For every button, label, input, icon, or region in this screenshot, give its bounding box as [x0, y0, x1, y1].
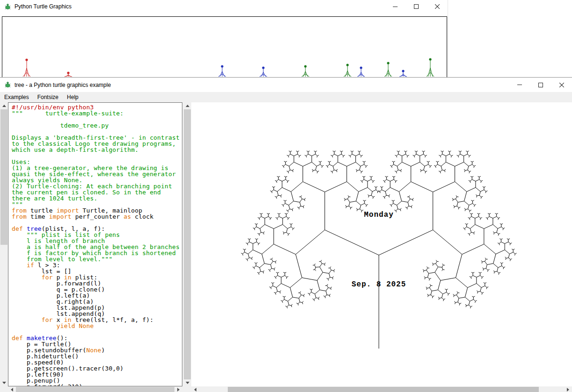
bg-titlebar: Python Turtle Graphics	[0, 0, 448, 13]
bg-minimize-button[interactable]	[384, 0, 405, 13]
arrow-left-icon	[11, 388, 13, 392]
close-icon	[559, 83, 564, 87]
bg-figure	[399, 70, 407, 77]
bg-figure	[427, 58, 434, 77]
arrow-down-icon	[2, 382, 6, 384]
bg-figure	[302, 65, 309, 77]
canvas-hscrollbar[interactable]	[191, 386, 572, 392]
scroll-left-button[interactable]	[8, 386, 16, 392]
menu-examples[interactable]: Examples	[0, 92, 33, 102]
code-vscroll-thumb[interactable]	[0, 109, 7, 245]
scroll-up-button[interactable]	[0, 102, 8, 109]
scroll-up-button[interactable]	[183, 102, 191, 109]
code-line: there are 1024 turtles.	[12, 195, 182, 201]
canvas-vscroll-thumb[interactable]	[184, 109, 191, 379]
turtle-app-icon	[4, 3, 11, 10]
code-hscroll-thumb[interactable]	[16, 387, 174, 392]
code-line: """ turtle-example-suite:	[12, 110, 182, 116]
bg-close-button[interactable]	[427, 0, 448, 13]
maximize-icon	[538, 83, 543, 87]
app-window: tree - a Python turtle graphics example …	[0, 77, 572, 392]
code-line: tdemo_tree.py	[12, 122, 182, 128]
code-line	[12, 153, 182, 159]
tree-drawing: MondaySep. 8 2025	[191, 102, 572, 386]
bg-figure	[344, 64, 351, 77]
arrow-up-icon	[186, 105, 189, 107]
canvas-label: Monday	[364, 211, 394, 219]
menubar: Examples Fontsize Help	[0, 92, 572, 102]
menu-fontsize[interactable]: Fontsize	[33, 92, 63, 102]
code-hscrollbar[interactable]	[8, 386, 182, 392]
bg-figure	[384, 62, 392, 77]
bg-figure	[23, 58, 30, 77]
app-window-controls	[509, 78, 572, 92]
arrow-right-icon	[567, 388, 569, 392]
arrow-up-icon	[2, 105, 6, 107]
arrow-right-icon	[177, 388, 180, 392]
bg-window-title: Python Turtle Graphics	[14, 3, 72, 10]
turtle-canvas[interactable]: MondaySep. 8 2025	[191, 102, 572, 386]
app-titlebar: tree - a Python turtle graphics example	[0, 78, 572, 92]
app-maximize-button[interactable]	[530, 78, 551, 92]
code-lines: #!/usr/bin/env python3""" turtle-example…	[8, 103, 182, 386]
scroll-right-button[interactable]	[564, 386, 572, 392]
turtle-app-icon	[4, 81, 11, 88]
close-icon	[435, 4, 440, 9]
bg-window-controls	[384, 0, 448, 13]
code-vscrollbar[interactable]	[0, 102, 8, 386]
scroll-right-button[interactable]	[174, 386, 182, 392]
code-line: from time import perf_counter as clock	[12, 214, 182, 220]
app-close-button[interactable]	[551, 78, 572, 92]
scroll-left-button[interactable]	[191, 386, 199, 392]
maximize-icon	[414, 4, 419, 9]
app-window-title: tree - a Python turtle graphics example	[14, 82, 111, 88]
scroll-down-button[interactable]	[0, 379, 8, 386]
code-line: which use a depth-first-algorithm.	[12, 147, 182, 153]
bg-figure	[218, 65, 226, 77]
arrow-left-icon	[194, 388, 196, 392]
bg-figure	[260, 66, 267, 77]
bg-figure	[65, 71, 72, 77]
minimize-icon	[393, 7, 398, 7]
code-pane[interactable]: #!/usr/bin/env python3""" turtle-example…	[8, 102, 182, 386]
bg-figures	[2, 17, 447, 77]
bg-figure	[357, 66, 365, 77]
bg-maximize-button[interactable]	[405, 0, 427, 13]
app-minimize-button[interactable]	[509, 78, 530, 92]
canvas-vscrollbar[interactable]	[183, 102, 191, 386]
canvas-hscroll-thumb[interactable]	[228, 387, 539, 392]
menu-help[interactable]: Help	[63, 92, 83, 102]
code-line: yield None	[12, 323, 182, 329]
canvas-label: Sep. 8 2025	[352, 280, 406, 289]
minimize-icon	[517, 85, 522, 85]
scroll-down-button[interactable]	[183, 379, 191, 386]
arrow-down-icon	[186, 382, 189, 384]
